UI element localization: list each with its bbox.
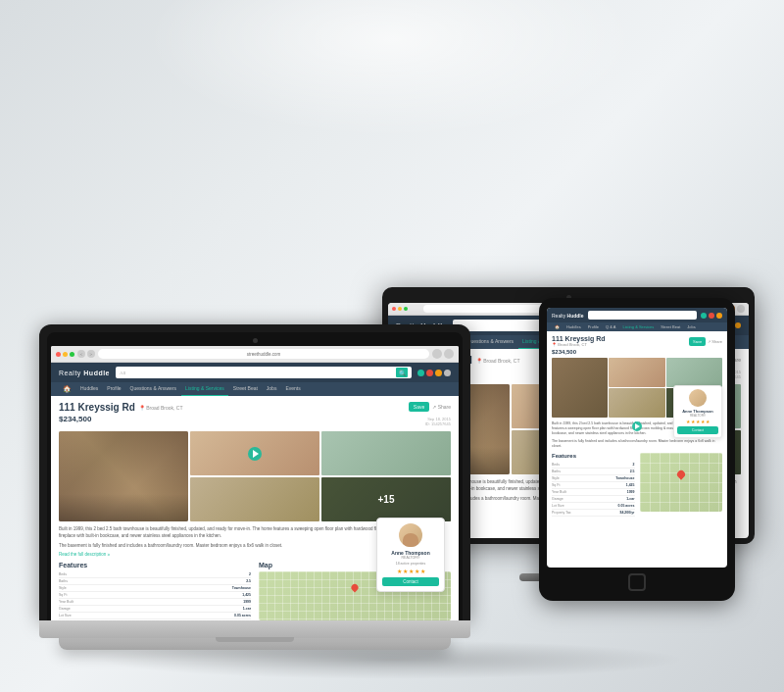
tablet-header-icons <box>701 313 722 319</box>
laptop-bezel: < > streethuddle.com <box>47 332 463 620</box>
laptop-tl-yellow[interactable] <box>63 352 68 357</box>
tablet-prop-title: 111 Kreyssig Rd <box>552 335 605 342</box>
laptop-nav-events[interactable]: Events <box>281 382 304 396</box>
laptop-contact-button[interactable]: Contact <box>382 577 439 586</box>
laptop-photo-5[interactable]: +15 <box>321 477 451 521</box>
monitor-icon-4[interactable] <box>737 305 745 313</box>
laptop-logo: Realty Huddle <box>59 370 110 376</box>
scene: streethuddle.com Realty Huddle <box>20 13 764 679</box>
tablet-agent-avatar <box>689 389 707 407</box>
tablet-nav-home[interactable]: 🏠 <box>552 322 563 331</box>
tablet-hicon-1[interactable] <box>701 313 707 319</box>
laptop-search-button[interactable]: 🔍 <box>396 368 408 377</box>
tablet-home-button[interactable] <box>628 573 646 591</box>
laptop-site-header: Realty Huddle All 🔍 <box>51 363 459 382</box>
tablet-hicon-2[interactable] <box>709 313 714 319</box>
laptop-star-5: ★ <box>420 568 425 574</box>
laptop-nav-streetbeat[interactable]: Street Beat <box>229 382 262 396</box>
laptop-play-triangle <box>253 450 259 458</box>
laptop-toolbar-icon-2[interactable] <box>444 349 454 359</box>
feature-label: Sq Ft <box>552 483 560 487</box>
laptop-nav-qa[interactable]: Questions & Answers <box>126 382 181 396</box>
laptop-agent-card: Anne Thompson REALTOR® 18 active propert… <box>376 518 445 592</box>
tablet-nav-profile[interactable]: Profile <box>585 322 602 331</box>
tablet-photo-main[interactable] <box>552 358 608 418</box>
monitor-traffic-red[interactable] <box>392 307 396 311</box>
laptop-screen: < > streethuddle.com <box>51 346 459 620</box>
laptop-nav-huddles[interactable]: Huddles <box>76 382 102 396</box>
tablet-video-play[interactable] <box>632 421 642 431</box>
laptop-back-button[interactable]: < <box>77 350 85 358</box>
laptop-nav-listing[interactable]: Listing & Services <box>181 382 228 396</box>
tablet-logo-bold: Huddle <box>567 313 584 319</box>
feature-value: 1999 <box>627 490 635 494</box>
laptop-save-button[interactable]: Save <box>409 402 429 412</box>
laptop-address-bar[interactable]: streethuddle.com <box>98 349 429 359</box>
tablet-nav-qa[interactable]: Q & A <box>603 322 618 331</box>
laptop-toolbar-right <box>432 349 454 359</box>
laptop-features-list: Beds 2 Baths 2.5 Style Townhouse Sq Ft 1… <box>59 571 251 620</box>
tablet-logo-light: Realty <box>552 313 565 319</box>
laptop-photo-3[interactable] <box>321 431 451 475</box>
laptop-share-button[interactable]: ↗ Share <box>432 404 451 410</box>
tablet-photo-3[interactable] <box>666 358 722 387</box>
laptop-nav-profile[interactable]: Profile <box>103 382 124 396</box>
tablet-nav-sb[interactable]: Street Beat <box>658 322 683 331</box>
feature-item: Garage 1-car <box>59 606 251 613</box>
laptop-screen-outer: < > streethuddle.com <box>39 324 470 620</box>
tablet-contact-btn[interactable]: Contact <box>677 426 718 434</box>
laptop-features-block: Features Beds 2 Baths 2.5 Style Townhous… <box>59 562 251 620</box>
laptop-video-play[interactable] <box>248 447 262 461</box>
laptop-tl-green[interactable] <box>70 352 74 357</box>
laptop-header-icon-3[interactable] <box>435 370 442 376</box>
laptop-header-icon-4[interactable] <box>444 370 451 376</box>
laptop-search-bar[interactable]: All 🔍 <box>116 367 412 378</box>
monitor-traffic-yellow[interactable] <box>398 307 402 311</box>
monitor-user-icon-3[interactable] <box>735 322 741 328</box>
laptop-photo-count[interactable]: +15 <box>321 477 451 521</box>
laptop-star-3: ★ <box>409 568 414 574</box>
laptop-property-content: 111 Kreyssig Rd 📍 Broad Brook, CT Save ↗… <box>51 396 459 620</box>
feature-value: 1-car <box>626 497 634 501</box>
feature-item: Lot Size 0.05 acres <box>552 503 635 510</box>
tablet-share-btn[interactable]: ↗ Share <box>708 337 722 346</box>
monitor-nav-qa[interactable]: Questions & Answers <box>464 335 518 349</box>
laptop-tl-red[interactable] <box>56 352 61 357</box>
laptop-agent-avatar <box>399 523 422 547</box>
laptop-nav-home[interactable]: 🏠 <box>59 382 75 396</box>
laptop-photo-main[interactable] <box>59 431 188 521</box>
laptop-title-block: 111 Kreyssig Rd 📍 Broad Brook, CT <box>59 402 182 413</box>
feature-item: Year Built 1999 <box>59 599 251 606</box>
tablet-save-btn[interactable]: Save <box>689 337 706 346</box>
laptop-forward-button[interactable]: > <box>87 350 95 358</box>
tablet-prop-header: 111 Kreyssig Rd 📍 Broad Brook, CT Save ↗… <box>552 335 722 347</box>
feature-item: Property Tax $4,200/yr <box>552 510 635 517</box>
laptop-nav-jobs[interactable]: Jobs <box>263 382 281 396</box>
tablet-nav-listing[interactable]: Listing & Services <box>619 322 657 331</box>
tablet-photo-2[interactable] <box>609 358 664 387</box>
laptop-base <box>39 620 470 638</box>
tablet-screen: Realty Huddle 🏠 Huddles Profile Q & <box>547 308 727 568</box>
feature-label: Garage <box>552 497 564 501</box>
feature-value: 2.5 <box>630 470 635 473</box>
monitor-traffic-green[interactable] <box>404 307 408 311</box>
laptop-header-icon-2[interactable] <box>426 370 433 376</box>
feature-value: Townhouse <box>232 586 251 590</box>
laptop-photo-2[interactable] <box>190 431 319 475</box>
laptop-photo-4[interactable] <box>190 477 319 521</box>
laptop-header-icon-1[interactable] <box>417 370 424 376</box>
laptop-map-pin <box>352 584 359 591</box>
laptop-property-price: $234,500 <box>59 415 91 423</box>
tablet-map[interactable] <box>640 453 723 512</box>
tablet-photo-4[interactable] <box>609 388 664 418</box>
feature-label: Baths <box>552 470 561 473</box>
tablet-nav-huddles[interactable]: Huddles <box>564 322 584 331</box>
laptop-toolbar-icon-1[interactable] <box>432 349 442 359</box>
tablet-search[interactable] <box>588 311 697 320</box>
feature-value: 1-car <box>243 607 251 611</box>
tablet-play-tri <box>635 423 640 429</box>
feature-item: Sq Ft 1,425 <box>552 482 635 489</box>
laptop-property-meta: Sep 18, 2015 ID: 154257645 <box>425 417 451 426</box>
tablet-hicon-3[interactable] <box>716 313 722 319</box>
tablet-nav-jobs[interactable]: Jobs <box>684 322 698 331</box>
